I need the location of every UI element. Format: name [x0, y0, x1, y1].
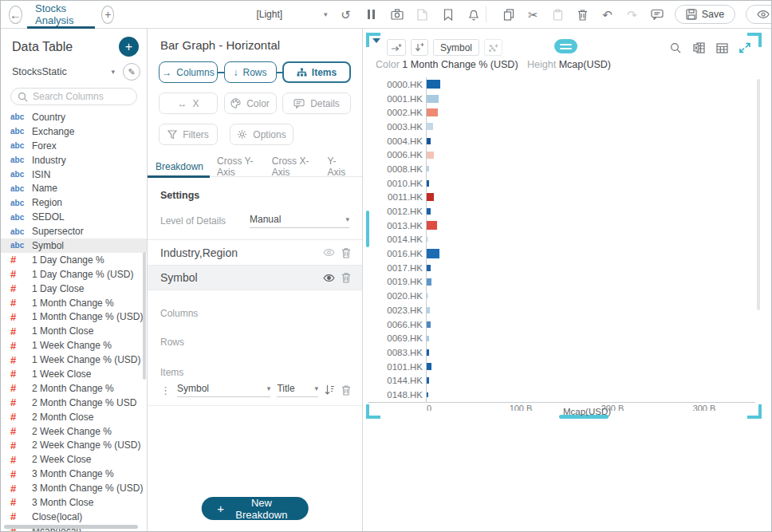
bar[interactable] [427, 321, 431, 328]
column-list-item[interactable]: abcSymbol [1, 238, 147, 253]
add-row-axis-button[interactable] [411, 39, 428, 56]
delete-trash-icon[interactable] [341, 247, 351, 258]
bar-graph-widget[interactable]: Symbol Color [368, 34, 760, 417]
bar[interactable] [427, 108, 438, 116]
sidebar-horizontal-scrollbar[interactable] [4, 525, 138, 529]
column-list-item[interactable]: #2 Week Change % (USD) [1, 438, 147, 452]
column-list-item[interactable]: abcCountry [1, 110, 147, 124]
tab-cross-y-axis[interactable]: Cross Y-Axis [215, 156, 260, 177]
chevron-down-icon[interactable]: ▾ [111, 68, 115, 76]
maximize-icon[interactable] [738, 41, 752, 55]
items-mode-select[interactable]: Title ▾ [277, 383, 318, 397]
chart-vertical-scrollbar[interactable] [757, 79, 760, 310]
add-column-axis-button[interactable] [387, 39, 406, 56]
bar[interactable] [427, 278, 431, 286]
column-list-item[interactable]: abcName [1, 181, 147, 195]
bar[interactable] [427, 208, 431, 215]
bar[interactable] [427, 95, 439, 103]
pause-icon[interactable] [364, 7, 379, 22]
column-list-item[interactable]: abcIndustry [1, 153, 147, 167]
column-list-item[interactable]: #1 Day Change % [1, 253, 147, 267]
bar[interactable] [427, 377, 429, 384]
breakdown-symbol-chip[interactable]: Symbol [433, 39, 479, 56]
tab-breakdown[interactable]: Breakdown [154, 156, 205, 177]
bar[interactable] [427, 193, 434, 201]
column-list-item[interactable]: #3 Month Change % [1, 467, 147, 481]
details-button[interactable]: Details [282, 93, 351, 114]
back-button[interactable]: ← [9, 6, 22, 24]
column-list-item[interactable]: #1 Day Close [1, 282, 147, 296]
column-list-item[interactable]: #2 Week Close [1, 452, 147, 467]
widget-menu-button[interactable] [554, 39, 577, 53]
save-button[interactable]: Save [675, 5, 736, 24]
bar[interactable] [427, 392, 428, 397]
export-excel-icon[interactable] [691, 41, 706, 55]
column-list-item[interactable]: #1 Month Close [1, 324, 147, 338]
bar[interactable] [427, 123, 433, 130]
bar[interactable] [427, 307, 430, 313]
column-list-item[interactable]: #3 Month Close [1, 495, 147, 510]
undo-icon[interactable]: ↶ [601, 7, 615, 22]
tab-y-axis[interactable]: Y-Axis [325, 156, 349, 177]
add-items-button[interactable] [484, 39, 502, 56]
bar[interactable] [427, 265, 431, 271]
column-list-item[interactable]: #2 Month Close [1, 410, 147, 424]
x-axis-button[interactable]: ↔X [159, 93, 218, 114]
bar[interactable] [427, 237, 428, 242]
workbook-tab[interactable]: Stocks Analysis [35, 1, 84, 29]
bar[interactable] [427, 349, 429, 356]
column-list-item[interactable]: #Close(local) [1, 510, 147, 524]
search-icon[interactable] [668, 41, 683, 55]
delete-trash-icon[interactable] [341, 272, 351, 283]
bar[interactable] [427, 336, 429, 341]
column-list-item[interactable]: #2 Month Change % USD [1, 396, 147, 410]
show-table-icon[interactable] [715, 41, 729, 55]
column-list-item[interactable]: #1 Week Close [1, 367, 147, 381]
items-button[interactable]: Items [282, 61, 351, 83]
view-button[interactable]: View [746, 5, 772, 24]
column-list-item[interactable]: abcRegion [1, 195, 147, 210]
tab-cross-x-axis[interactable]: Cross X-Axis [270, 156, 316, 177]
sort-icon[interactable] [325, 384, 335, 396]
column-list-item[interactable]: #2 Week Change % [1, 424, 147, 439]
bar[interactable] [427, 221, 437, 230]
bar[interactable] [427, 166, 429, 171]
new-breakdown-button[interactable]: + New Breakdown [201, 497, 309, 520]
bar[interactable] [427, 80, 440, 89]
column-list-item[interactable]: #3 Month Change % (USD) [1, 481, 147, 495]
bar[interactable] [427, 180, 429, 187]
snapshot-camera-icon[interactable] [390, 7, 404, 22]
column-list-item[interactable]: #2 Month Change % [1, 381, 147, 396]
refresh-icon[interactable]: ↺ [339, 7, 353, 22]
column-list-item[interactable]: abcSupersector [1, 224, 147, 238]
delete-trash-icon[interactable] [341, 384, 351, 396]
bar[interactable] [427, 363, 431, 370]
sidebar-vertical-scrollbar[interactable] [143, 252, 146, 380]
bar[interactable] [427, 294, 428, 298]
column-list-item[interactable]: abcISIN [1, 167, 147, 182]
bookmark-icon[interactable] [441, 7, 455, 22]
columns-button[interactable]: →Columns [159, 61, 218, 83]
bar[interactable] [427, 249, 439, 258]
cut-scissors-icon[interactable]: ✂ [526, 7, 541, 22]
column-list-item[interactable]: #1 Month Change % [1, 296, 147, 310]
color-button[interactable]: Color [224, 93, 277, 114]
column-list-item[interactable]: #1 Week Change % (USD) [1, 353, 147, 367]
add-data-table-button[interactable]: + [119, 37, 139, 57]
column-list-item[interactable]: abcSEDOL [1, 210, 147, 224]
column-list-item[interactable]: #1 Month Change % (USD) [1, 309, 147, 324]
add-tab-button[interactable]: + [101, 6, 114, 24]
column-list-item[interactable]: abcForex [1, 139, 147, 153]
options-button[interactable]: Options [230, 124, 293, 145]
comment-icon[interactable] [650, 7, 664, 22]
visibility-eye-icon[interactable] [323, 274, 335, 282]
breakdown-row-industry-region[interactable]: Industry,Region [148, 239, 362, 265]
drag-handle-icon[interactable]: ⋮ [160, 384, 171, 396]
filters-button[interactable]: Filters [159, 124, 218, 145]
rows-button[interactable]: ↓Rows [224, 61, 277, 83]
breakdown-row-symbol[interactable]: Symbol [148, 265, 362, 290]
copy-icon[interactable] [502, 7, 516, 22]
edit-data-table-button[interactable]: ✎ [123, 63, 140, 81]
level-of-details-select[interactable]: Manual ▾ [250, 214, 349, 228]
column-list-item[interactable]: #1 Day Change % (USD) [1, 267, 147, 282]
